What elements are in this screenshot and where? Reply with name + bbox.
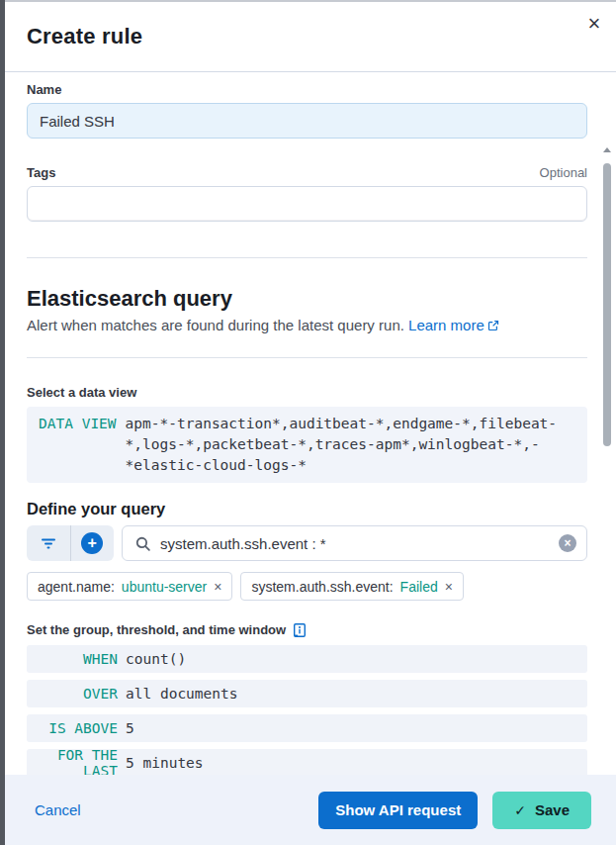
define-query-heading: Define your query [27,500,587,518]
remove-filter-icon[interactable]: × [445,579,453,595]
es-query-subtitle: Alert when matches are found during the … [27,316,587,335]
modal-footer: Cancel Show API request ✓ Save [5,775,616,845]
cancel-button[interactable]: Cancel [35,801,81,818]
create-rule-modal: Create rule × Name Tags Optional Elastic… [5,0,616,845]
page-background-edge [0,0,5,845]
expression-is-above[interactable]: IS ABOVE 5 [27,714,587,742]
show-api-request-button[interactable]: Show API request [318,792,478,829]
data-view-keyword: DATA VIEW [39,414,117,476]
modal-header: Create rule × [5,2,616,72]
pill-field: system.auth.ssh.event: [251,579,393,595]
filter-pill-ssh-event[interactable]: system.auth.ssh.event: Failed × [240,572,464,601]
filter-list-button[interactable] [27,525,70,561]
remove-filter-icon[interactable]: × [214,579,221,595]
expression-for-the-last[interactable]: FOR THE LAST 5 minutes [27,749,587,775]
modal-title: Create rule [27,24,616,49]
data-view-expression[interactable]: DATA VIEW apm-*-transaction*,auditbeat-*… [27,407,587,483]
save-button-label: Save [535,801,570,818]
external-link-icon [487,317,499,335]
documentation-icon[interactable] [292,622,308,638]
name-input[interactable] [27,103,587,139]
scrollbar-thumb[interactable] [603,163,611,446]
expression-when[interactable]: WHEN count() [27,645,587,673]
scrollbar[interactable] [599,143,615,775]
tags-input[interactable] [27,186,587,222]
learn-more-link[interactable]: Learn more [408,317,499,333]
modal-body: Name Tags Optional Elasticsearch query A… [5,72,616,775]
query-search-box: × [122,525,587,561]
tags-optional-hint: Optional [540,165,587,180]
filter-icon [41,537,56,550]
add-filter-button[interactable]: + [70,525,115,561]
data-view-value: apm-*-transaction*,auditbeat-*,endgame-*… [126,414,558,476]
search-icon [134,535,151,552]
save-button[interactable]: ✓ Save [492,792,591,829]
close-icon[interactable]: × [580,10,608,38]
query-search-input[interactable] [160,535,553,552]
filter-button-group: + [27,525,114,561]
pill-value: Failed [400,579,438,595]
es-query-heading: Elasticsearch query [27,286,587,312]
es-query-subtitle-text: Alert when matches are found during the … [27,317,404,333]
clear-query-icon[interactable]: × [559,534,576,552]
filter-pill-agent-name[interactable]: agent.name: ubuntu-server × [27,572,232,601]
pill-value: ubuntu-server [122,579,207,595]
section-divider [27,257,587,258]
expression-over[interactable]: OVER all documents [27,680,587,707]
name-label: Name [27,81,587,98]
data-view-label: Select a data view [27,384,587,401]
plus-icon: + [81,532,103,554]
threshold-label: Set the group, threshold, and time windo… [27,621,286,638]
scrollbar-up-icon[interactable] [603,147,611,152]
check-icon: ✓ [514,802,526,818]
pill-field: agent.name: [38,579,115,595]
section-divider-2 [27,357,587,358]
query-bar: + × [27,525,587,561]
tags-label: Tags [27,164,55,181]
filter-pill-row: agent.name: ubuntu-server × system.auth.… [27,572,587,601]
